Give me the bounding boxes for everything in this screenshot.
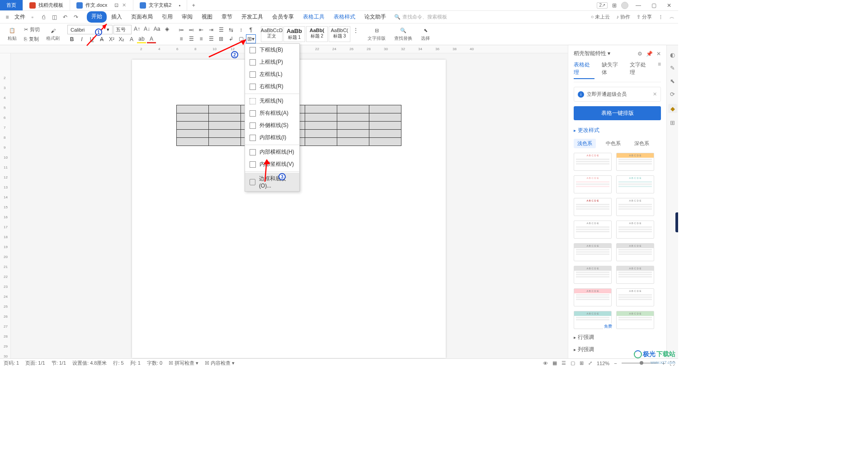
section-change-style[interactable]: 更改样式 <box>574 127 661 134</box>
style-normal[interactable]: AaBbCcD正文 <box>261 26 283 42</box>
style-thumb[interactable]: A B C D E <box>616 175 654 193</box>
menu-reference[interactable]: 引用 <box>157 11 177 23</box>
avatar[interactable] <box>621 2 628 9</box>
increase-font-button[interactable]: A↑ <box>132 25 142 33</box>
pin-icon[interactable]: 📌 <box>646 51 653 57</box>
close-icon[interactable]: ✕ <box>656 51 661 57</box>
menu-thesis[interactable]: 论文助手 <box>360 11 391 23</box>
align-left-button[interactable]: ≡ <box>177 35 186 43</box>
collapse-icon[interactable]: ︿ <box>670 14 675 20</box>
cut-button[interactable]: ✂ 剪切 <box>22 25 42 34</box>
border-inside[interactable]: 内部框线(I) <box>245 132 299 144</box>
status-position[interactable]: 设置值: 4.8厘米 <box>72 360 107 367</box>
save-icon[interactable]: ▫ <box>29 14 36 21</box>
subscript-button[interactable]: X₂ <box>117 35 126 43</box>
status-section[interactable]: 节: 1/1 <box>52 360 66 367</box>
view-mode-4[interactable]: ⊞ <box>580 360 584 366</box>
tab-button[interactable]: ⇆ <box>226 26 236 34</box>
status-row[interactable]: 行: 5 <box>113 360 123 367</box>
bold-button[interactable]: B <box>67 35 76 43</box>
content-check-toggle[interactable]: ☒ 内容检查 ▾ <box>205 360 235 367</box>
scheme-medium[interactable]: 中色系 <box>602 139 624 148</box>
view-mode-1[interactable]: ▦ <box>552 360 557 366</box>
para-mark-button[interactable]: ¶ <box>246 26 255 34</box>
status-words[interactable]: 字数: 0 <box>147 360 162 367</box>
spell-check-toggle[interactable]: ☒ 拼写检查 ▾ <box>169 360 198 367</box>
sort-button[interactable]: ☰ <box>217 26 226 34</box>
numbering-button[interactable]: ≕ <box>187 26 196 34</box>
print-icon[interactable]: ⎙ <box>40 14 47 21</box>
more-icon[interactable]: ︙ <box>658 14 663 20</box>
zoom-value[interactable]: 112% <box>597 361 609 366</box>
style-h3[interactable]: AaBbC(标题 3 <box>329 26 350 42</box>
font-color-button[interactable]: A <box>147 35 156 43</box>
side-tab-table[interactable]: 表格处理 <box>574 61 594 79</box>
collab-button[interactable]: ♪ 协作 <box>616 14 630 20</box>
file-menu[interactable]: 文件 <box>14 13 25 21</box>
text-layout-button[interactable]: ⊟ <box>373 27 381 34</box>
border-inside-h[interactable]: 内部横框线(H) <box>245 146 299 158</box>
pen-icon[interactable]: ✎ <box>670 65 675 71</box>
assistant-icon[interactable]: ◐ <box>670 52 675 58</box>
border-all[interactable]: 所有框线(A) <box>245 107 299 119</box>
style-thumb[interactable]: A B C D E <box>616 198 654 216</box>
align-center-button[interactable]: ☰ <box>187 35 196 43</box>
preview-icon[interactable]: ◫ <box>51 14 58 21</box>
close-icon[interactable]: ✕ <box>121 2 127 8</box>
find-replace-button[interactable]: 🔍 <box>398 27 408 34</box>
tab-more-icon[interactable]: ⊡ <box>114 2 118 8</box>
line-spacing-button[interactable]: ↕ <box>236 26 245 34</box>
style-thumb[interactable]: A B C D E <box>616 221 654 239</box>
style-thumb[interactable]: A B C D E免费 <box>574 311 612 329</box>
refresh-icon[interactable]: ⟳ <box>670 91 675 98</box>
styles-more-button[interactable]: ⋮ <box>351 26 360 34</box>
grid-icon[interactable]: ⊞ <box>612 2 617 9</box>
tab-doc1[interactable]: 作文.docx⊡✕ <box>70 0 133 10</box>
font-effect-button[interactable]: A <box>127 35 136 43</box>
align-right-button[interactable]: ≡ <box>197 35 206 43</box>
command-search[interactable]: 🔍 查找命令、搜索模板 <box>394 14 447 20</box>
drag-handle[interactable] <box>675 212 678 232</box>
undo-icon[interactable]: ↶ <box>61 14 69 21</box>
maximize-button[interactable]: ▢ <box>648 2 659 9</box>
border-right[interactable]: 右框线(R) <box>245 80 299 93</box>
scheme-light[interactable]: 浅色系 <box>574 139 596 148</box>
menu-chapter[interactable]: 章节 <box>217 11 237 23</box>
highlight-button[interactable]: ab <box>137 35 146 43</box>
redo-icon[interactable]: ↷ <box>72 14 80 21</box>
menu-table-style[interactable]: 表格样式 <box>329 11 360 23</box>
copy-button[interactable]: ⎘ 复制 <box>22 35 42 43</box>
tab-home[interactable]: 首页 <box>0 0 23 10</box>
book-icon[interactable]: ⊞ <box>670 119 675 126</box>
style-h2[interactable]: AaBb(标题 2 <box>306 26 328 42</box>
scheme-dark[interactable]: 深色系 <box>631 139 653 148</box>
border-none[interactable]: 无框线(N) <box>245 95 299 107</box>
tab-doc2[interactable]: 文字文稿2• <box>133 0 187 10</box>
tab-templates[interactable]: 找稻壳模板 <box>23 0 70 10</box>
bullets-button[interactable]: ≔ <box>177 26 186 34</box>
style-thumb[interactable]: A B C D E <box>616 153 654 171</box>
font-size-select[interactable]: 五号 <box>113 25 132 34</box>
menu-table-tools[interactable]: 表格工具 <box>298 11 329 23</box>
clear-format-button[interactable]: ◈ <box>162 25 171 33</box>
status-pages[interactable]: 页面: 1/1 <box>25 360 45 367</box>
style-thumb[interactable]: A B C D E <box>574 221 612 239</box>
side-tab-text[interactable]: 文字处理 <box>630 61 651 79</box>
border-bottom[interactable]: 下框线(B) <box>245 44 299 56</box>
menu-layout[interactable]: 页面布局 <box>127 11 157 23</box>
border-left[interactable]: 左框线(L) <box>245 68 299 80</box>
select-button[interactable]: ⬉ <box>422 27 429 34</box>
status-col[interactable]: 列: 1 <box>130 360 141 367</box>
cloud-status[interactable]: ○ 未上云 <box>591 14 610 20</box>
format-painter-button[interactable]: 🖌 <box>49 27 57 34</box>
section-row-emphasis[interactable]: 行强调 <box>574 334 661 341</box>
menu-review[interactable]: 审阅 <box>177 11 197 23</box>
style-thumb[interactable]: A B C D E <box>574 266 612 284</box>
promo-banner[interactable]: i 立即开通超级会员 ✕ <box>574 87 661 102</box>
view-icon[interactable]: 👁 <box>543 361 548 366</box>
paste-button[interactable]: 📋 <box>7 27 17 34</box>
change-case-button[interactable]: Aa <box>152 25 161 33</box>
add-tab-button[interactable]: + <box>187 0 200 10</box>
zoom-out-button[interactable]: − <box>614 361 617 366</box>
style-thumb[interactable]: A B C D E <box>574 153 612 171</box>
